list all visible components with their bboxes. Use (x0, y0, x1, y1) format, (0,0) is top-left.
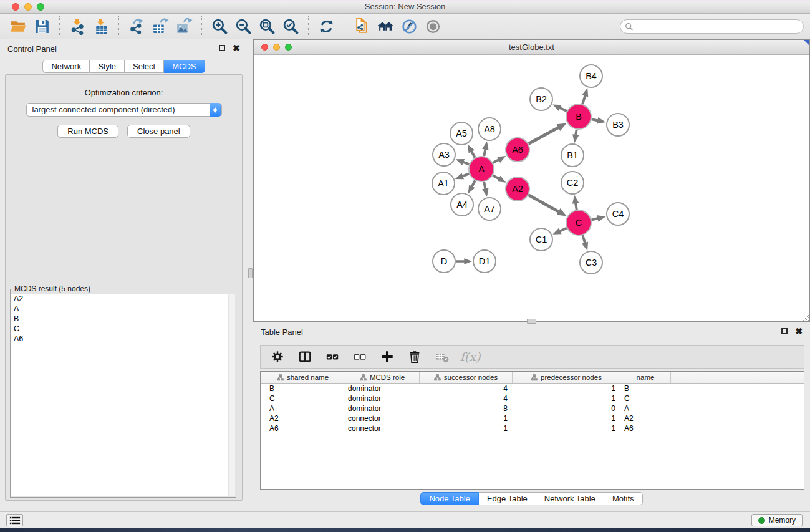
add-column-button[interactable] (377, 347, 398, 367)
table-cell[interactable]: 1 (513, 423, 620, 433)
table-settings-button[interactable] (267, 347, 288, 367)
refresh-view-button[interactable] (314, 16, 338, 38)
network-canvas[interactable]: AA6A2BCA5A8A3A1A4A7B4B2B3B1C2C4C1C3DD1 (254, 56, 809, 321)
tab-network[interactable]: Network (42, 60, 90, 73)
import-network-button[interactable] (65, 16, 89, 38)
graph-node-C[interactable]: C (566, 210, 591, 235)
mcds-result-item[interactable]: A (11, 304, 235, 314)
graph-edge-A2-C[interactable] (529, 195, 567, 216)
graph-node-A1[interactable]: A1 (432, 172, 455, 195)
graph-node-B2[interactable]: B2 (530, 88, 552, 110)
table-cell[interactable]: 8 (420, 404, 513, 414)
graph-edge-A-A6[interactable] (493, 156, 506, 163)
graph-edge-A-A2[interactable] (493, 175, 506, 183)
graph-node-A7[interactable]: A7 (478, 198, 501, 220)
table-cell[interactable]: 1 (513, 414, 620, 423)
export-table-button[interactable] (148, 16, 172, 38)
mcds-result-item[interactable]: A2 (11, 294, 235, 304)
function-builder-button[interactable]: f(x) (459, 347, 480, 367)
network-from-selection-button[interactable] (350, 16, 374, 38)
graph-edge-A-A4[interactable] (468, 180, 475, 193)
graph-node-C1[interactable]: C1 (530, 228, 552, 251)
import-table-button[interactable] (89, 16, 113, 38)
table-cell[interactable]: A6 (261, 423, 345, 433)
open-file-button[interactable] (6, 16, 30, 38)
mcds-result-item[interactable]: B (11, 314, 235, 324)
table-cell[interactable]: B (620, 384, 671, 394)
hide-labels-button[interactable] (397, 16, 421, 38)
tab-mcds[interactable]: MCDS (164, 60, 205, 73)
close-table-panel-icon[interactable]: ✖ (795, 327, 803, 335)
graph-node-A6[interactable]: A6 (506, 138, 529, 162)
search-input[interactable] (634, 21, 803, 32)
table-cell[interactable]: C (620, 394, 671, 404)
graph-edge-A-A1[interactable] (455, 173, 470, 179)
graph-edge-A-A3[interactable] (456, 159, 470, 165)
delete-column-button[interactable] (404, 347, 425, 367)
graph-node-C2[interactable]: C2 (561, 172, 584, 194)
graph-edge-A-A8[interactable] (482, 142, 488, 157)
graph-edge-C-C3[interactable] (582, 235, 588, 251)
table-cell[interactable]: A2 (261, 414, 345, 423)
graph-node-A3[interactable]: A3 (433, 143, 455, 166)
table-cell[interactable]: dominator (345, 404, 420, 414)
table-cell[interactable]: 4 (420, 384, 513, 394)
table-cell[interactable]: B (261, 384, 345, 394)
column-header-name[interactable]: name (620, 372, 671, 383)
run-mcds-button[interactable]: Run MCDS (57, 125, 118, 138)
zoom-in-button[interactable] (208, 16, 231, 38)
close-panel-button[interactable]: Close panel (127, 125, 190, 138)
graph-edge-A-A5[interactable] (468, 144, 475, 157)
table-cell[interactable]: 4 (420, 394, 513, 404)
divider-grip-vertical[interactable] (248, 268, 253, 278)
graph-node-A[interactable]: A (469, 157, 494, 181)
resize-grip-icon[interactable] (801, 312, 809, 321)
graph-edge-B-B3[interactable] (592, 117, 606, 123)
table-cell[interactable]: A (261, 404, 345, 414)
graph-edge-B-B4[interactable] (582, 88, 588, 104)
graph-node-D1[interactable]: D1 (473, 250, 496, 273)
memory-button[interactable]: Memory (751, 514, 803, 526)
graph-node-A5[interactable]: A5 (450, 122, 473, 145)
table-cell[interactable]: A (620, 404, 671, 414)
table-cell[interactable]: 1 (420, 414, 513, 423)
list-scrollbar[interactable] (228, 294, 235, 496)
export-network-button[interactable] (125, 16, 148, 38)
zoom-fit-button[interactable] (255, 16, 279, 38)
column-header-shared-name[interactable]: shared name (261, 372, 345, 383)
zoom-selected-button[interactable] (279, 16, 302, 38)
table-row[interactable]: A2connector11A2 (261, 414, 804, 423)
graph-node-C4[interactable]: C4 (607, 203, 629, 225)
deselect-all-button[interactable] (349, 347, 370, 367)
table-cell[interactable]: dominator (345, 394, 420, 404)
select-all-button[interactable] (322, 347, 343, 367)
task-history-button[interactable] (6, 514, 23, 526)
column-header-successor-nodes[interactable]: successor nodes (420, 372, 513, 383)
tab-select[interactable]: Select (125, 60, 164, 73)
graph-node-B1[interactable]: B1 (561, 144, 584, 167)
table-cell[interactable]: 1 (513, 384, 620, 394)
graph-node-A8[interactable]: A8 (478, 118, 501, 140)
graph-edge-C-C2[interactable] (572, 195, 579, 210)
column-header-MCDS-role[interactable]: MCDS role (345, 372, 420, 383)
table-row[interactable]: Bdominator41B (261, 384, 804, 394)
float-panel-icon[interactable] (219, 45, 225, 51)
table-row[interactable]: Cdominator41C (261, 394, 804, 404)
table-cell[interactable]: 1 (420, 423, 513, 433)
zoom-out-button[interactable] (231, 16, 255, 38)
graph-edge-A6-B[interactable] (529, 123, 567, 143)
column-header-predecessor-nodes[interactable]: predecessor nodes (513, 372, 620, 383)
show-graphics-details-button[interactable] (421, 16, 445, 38)
graph-edge-D-D1[interactable] (456, 258, 472, 264)
graph-node-B3[interactable]: B3 (607, 114, 629, 136)
graph-node-C3[interactable]: C3 (580, 251, 602, 274)
tab-network-table[interactable]: Network Table (536, 492, 604, 505)
mcds-result-item[interactable]: C (11, 324, 235, 334)
graph-edge-C-C4[interactable] (591, 215, 605, 221)
tab-style[interactable]: Style (90, 60, 125, 73)
delete-table-button[interactable] (432, 347, 453, 367)
table-cell[interactable]: A2 (620, 414, 671, 423)
divider-grip-horizontal[interactable] (527, 319, 536, 324)
save-session-button[interactable] (30, 16, 54, 38)
tab-motifs[interactable]: Motifs (604, 492, 643, 505)
